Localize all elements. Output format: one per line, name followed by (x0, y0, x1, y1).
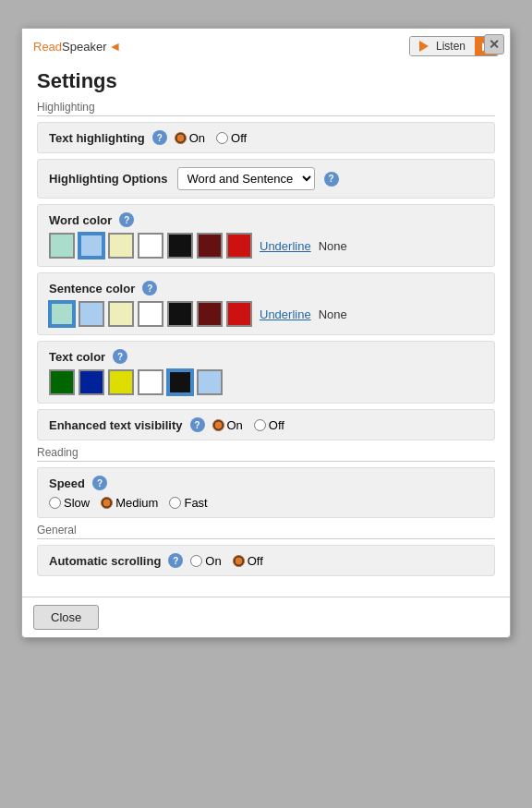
text-highlighting-help-icon[interactable]: ? (152, 130, 167, 145)
general-section-label: General (37, 524, 495, 539)
speed-slow-label[interactable]: Slow (49, 496, 90, 510)
word-color-none-text: None (319, 239, 347, 253)
word-color-swatch-3[interactable] (138, 233, 163, 259)
text-highlighting-on-radio[interactable] (175, 132, 187, 144)
brand-logo: ReadSpeaker◄ (33, 39, 121, 54)
text-color-swatches (49, 369, 483, 395)
brand-read: Read (33, 40, 62, 54)
enhanced-visibility-off-label[interactable]: Off (254, 418, 284, 432)
bottom-bar: Close (22, 597, 510, 637)
word-color-swatch-1[interactable] (79, 233, 104, 259)
enhanced-visibility-block: Enhanced text visibility ? On Off (37, 409, 495, 440)
sentence-color-swatch-5[interactable] (197, 301, 223, 327)
dialog-close-x-button[interactable]: ✕ (484, 34, 504, 54)
header-bar: ReadSpeaker◄ Listen ▶ (22, 29, 510, 60)
settings-dialog: ✕ ReadSpeaker◄ Listen ▶ Settings Highlig… (21, 28, 511, 638)
text-color-block: Text color ? (37, 341, 495, 404)
enhanced-visibility-off-text: Off (269, 418, 284, 432)
text-color-swatch-5[interactable] (197, 369, 223, 395)
listen-label: Listen (436, 40, 466, 53)
text-highlighting-label: Text highlighting (49, 131, 145, 145)
text-highlighting-radio-group: On Off (175, 131, 247, 145)
speed-fast-text: Fast (184, 496, 207, 510)
speed-row: Speed ? (49, 476, 483, 490)
text-color-swatch-3[interactable] (138, 369, 163, 395)
sentence-color-swatch-4[interactable] (167, 301, 193, 327)
word-color-swatch-6[interactable] (226, 233, 252, 259)
highlighting-options-select[interactable]: Word and Sentence Word only Sentence onl… (177, 167, 315, 190)
auto-scrolling-help-icon[interactable]: ? (168, 553, 183, 568)
auto-scrolling-off-label[interactable]: Off (233, 554, 263, 568)
enhanced-visibility-label: Enhanced text visibility (49, 418, 183, 432)
brand-arrow: ◄ (109, 39, 122, 54)
auto-scrolling-on-label[interactable]: On (190, 554, 221, 568)
settings-content: Settings Highlighting Text highlighting … (22, 60, 510, 597)
auto-scrolling-on-text: On (205, 554, 221, 568)
enhanced-visibility-help-icon[interactable]: ? (190, 417, 205, 432)
sentence-color-none-text: None (319, 308, 347, 321)
auto-scrolling-label: Automatic scrolling (49, 554, 161, 568)
close-dialog-button[interactable]: Close (33, 605, 99, 630)
text-color-swatch-1[interactable] (79, 369, 104, 395)
speed-slow-radio[interactable] (49, 497, 61, 509)
word-color-label: Word color (49, 213, 112, 227)
highlighting-options-help-icon[interactable]: ? (324, 172, 339, 187)
word-color-swatches: Underline None (49, 233, 483, 259)
text-color-help-icon[interactable]: ? (113, 349, 127, 364)
word-color-swatch-0[interactable] (49, 233, 75, 259)
speed-medium-radio[interactable] (101, 497, 113, 509)
speed-block: Speed ? Slow Medium Fast (37, 467, 495, 518)
sentence-color-underline-link[interactable]: Underline (260, 308, 311, 321)
speed-help-icon[interactable]: ? (92, 476, 107, 490)
text-highlighting-row: Text highlighting ? On Off (49, 130, 483, 145)
auto-scrolling-off-text: Off (248, 554, 263, 568)
text-color-swatch-2[interactable] (108, 369, 134, 395)
sentence-color-swatch-1[interactable] (79, 301, 104, 327)
sentence-color-swatch-6[interactable] (226, 301, 252, 327)
text-highlighting-block: Text highlighting ? On Off (37, 122, 495, 153)
sentence-color-block: Sentence color ? Underline None (37, 272, 495, 335)
speed-radio-group: Slow Medium Fast (49, 496, 483, 510)
sentence-color-swatch-3[interactable] (138, 301, 163, 327)
reading-section-label: Reading (37, 446, 495, 462)
highlighting-section-label: Highlighting (37, 101, 495, 116)
sentence-color-label-row: Sentence color ? (49, 281, 483, 295)
brand-speaker: Speaker (62, 40, 106, 54)
listen-button-text: Listen (410, 37, 475, 55)
speed-fast-label[interactable]: Fast (169, 496, 207, 510)
auto-scrolling-radio-group: On Off (190, 554, 262, 568)
speed-fast-radio[interactable] (169, 497, 181, 509)
auto-scrolling-off-radio[interactable] (233, 555, 245, 567)
enhanced-visibility-on-radio[interactable] (212, 419, 224, 431)
word-color-underline-link[interactable]: Underline (260, 239, 311, 253)
enhanced-visibility-on-text: On (227, 418, 243, 432)
speed-medium-label[interactable]: Medium (101, 496, 158, 510)
page-title: Settings (37, 69, 495, 93)
word-color-swatch-4[interactable] (167, 233, 193, 259)
enhanced-visibility-off-radio[interactable] (254, 419, 266, 431)
settings-scroll-area[interactable]: Settings Highlighting Text highlighting … (22, 60, 510, 597)
text-highlighting-on-label[interactable]: On (175, 131, 205, 145)
enhanced-visibility-row: Enhanced text visibility ? On Off (49, 417, 483, 432)
enhanced-visibility-on-label[interactable]: On (212, 418, 243, 432)
speed-medium-text: Medium (115, 496, 158, 510)
sentence-color-swatch-2[interactable] (108, 301, 134, 327)
auto-scrolling-on-radio[interactable] (190, 555, 202, 567)
word-color-block: Word color ? Underline None (37, 204, 495, 267)
text-color-swatch-0[interactable] (49, 369, 75, 395)
word-color-help-icon[interactable]: ? (119, 212, 134, 227)
text-highlighting-on-text: On (189, 131, 205, 145)
highlighting-options-row: Highlighting Options Word and Sentence W… (49, 167, 483, 190)
sentence-color-swatch-0[interactable] (49, 301, 75, 327)
sentence-color-help-icon[interactable]: ? (142, 281, 157, 295)
speed-label: Speed (49, 476, 85, 490)
text-highlighting-off-radio[interactable] (216, 132, 228, 144)
word-color-swatch-2[interactable] (108, 233, 134, 259)
speed-slow-text: Slow (64, 496, 90, 510)
text-highlighting-off-label[interactable]: Off (216, 131, 247, 145)
word-color-swatch-5[interactable] (197, 233, 223, 259)
text-highlighting-off-text: Off (231, 131, 247, 145)
text-color-label-row: Text color ? (49, 349, 483, 364)
listen-speaker-icon (419, 41, 429, 52)
text-color-swatch-4[interactable] (167, 369, 193, 395)
